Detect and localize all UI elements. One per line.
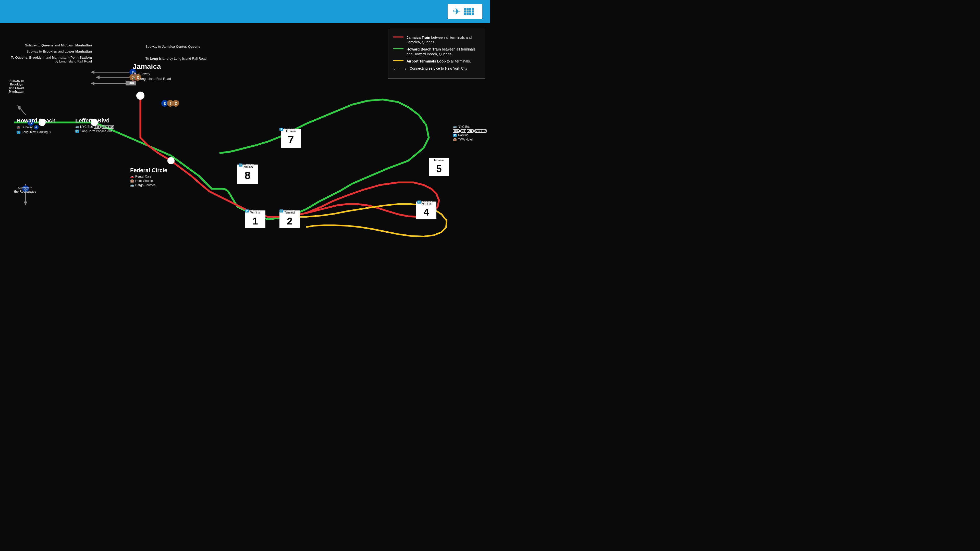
lefferts-parking-line: P Long-Term Parking A/B <box>75 129 114 133</box>
lefferts-name: Lefferts Blvd <box>75 118 114 124</box>
map-key-connecting: ⟵⟶ Connecting service to New York City <box>393 66 479 72</box>
map-key-jamaica: Jamaica Train between all terminals and … <box>393 35 479 44</box>
b15-t5: B15 <box>453 129 460 133</box>
yellow-line-icon <box>393 60 404 61</box>
q3-t5: Q3 <box>460 129 466 133</box>
jamaica-center-label: Subway to Jamaica Center, Queens <box>145 44 200 48</box>
t8-parking: P Parking <box>239 163 254 167</box>
t5-bus-line: 🚌 NYC Bus <box>453 125 487 129</box>
t5-info: 🚌 NYC Bus B15 Q3 Q10 Q10 LTD P Parking 🏨… <box>453 125 487 141</box>
car-icon: 🚗 <box>130 175 134 178</box>
jamaica-name: Jamaica <box>133 62 171 71</box>
parking-badge-t1: P <box>245 210 249 213</box>
jamaica-subway-line: 🚇 Subway <box>133 72 171 76</box>
lefferts-bus-line: 🚌 NYC Bus B15 Q10 LTD <box>75 125 114 129</box>
map-key-loop: Airport Terminals Loop to all terminals. <box>393 59 479 64</box>
q10ltd-t5: Q10 LTD <box>474 129 487 133</box>
parking-badge-t5: P <box>453 134 457 137</box>
terminal-2-num: 2 <box>287 216 292 227</box>
rental-cars-line: 🚗 Rental Cars <box>130 175 167 178</box>
header: ✈ <box>0 0 490 23</box>
queens-midtown-label: Subway to Queens and Midtown Manhattan <box>8 43 92 47</box>
map-key-howard: Howard Beach Train between all terminals… <box>393 47 479 56</box>
hb-subway-line: 🚇 Subway A <box>17 125 56 130</box>
j2-text: J <box>169 102 171 105</box>
terminal-8-num: 8 <box>245 169 250 181</box>
lirr-text: LIRR <box>127 82 134 85</box>
federal-circle-area: Federal Circle 🚗 Rental Cars 🏨 Hotel Shu… <box>130 167 167 187</box>
bus-icon-lefferts: 🚌 <box>75 125 79 129</box>
red-line-segment1 <box>140 96 288 217</box>
logo-container: ✈ <box>448 4 482 19</box>
arrow-left-3 <box>91 82 94 85</box>
parking-badge-t7: P <box>280 128 283 131</box>
hb-arrow-head <box>18 105 21 110</box>
parking-badge-t4: P <box>417 200 421 203</box>
red-line-icon <box>393 37 404 38</box>
hotel-icon: 🏨 <box>130 179 134 183</box>
t5-parking-line: P Parking <box>453 133 487 137</box>
subway-icon-hb: 🚇 <box>17 125 21 129</box>
hotel-shuttles-line: 🏨 Hotel Shuttles <box>130 179 167 183</box>
q10-t5: Q10 <box>467 129 474 133</box>
jamaica-lirr-line: 🚂 Long Island Rail Road <box>133 77 171 81</box>
z2-text: Z <box>175 102 177 105</box>
a-badge-inline: A <box>34 125 38 130</box>
bus-icon-t5: 🚌 <box>453 125 457 129</box>
map-key-loop-label: Airport Terminals Loop to all terminals. <box>407 59 471 64</box>
lefferts-area: Lefferts Blvd 🚌 NYC Bus B15 Q10 LTD P Lo… <box>75 118 114 133</box>
lirr-icon-jamaica: 🚂 <box>133 77 137 81</box>
terminal-5-label: Terminal <box>434 159 444 162</box>
arrow-icon: ⟵⟶ <box>393 66 407 72</box>
map-key: Jamaica Train between all terminals and … <box>388 28 485 79</box>
terminal-5-num: 5 <box>436 164 442 174</box>
logo-grid-icon <box>464 8 474 15</box>
map-key-connecting-label: Connecting service to New York City <box>410 66 467 71</box>
lirr-label: To Queens, Brooklyn, and Manhattan (Penn… <box>8 56 92 63</box>
plane-icon: ✈ <box>453 6 460 17</box>
brooklyn-lower-label: Subway to Brooklyn and Lower Manhattan <box>8 49 92 53</box>
arrow-left-1 <box>91 70 94 74</box>
t5-bus-routes: B15 Q3 Q10 Q10 LTD <box>453 129 487 133</box>
rockaways-label: Subway tothe Rockaways <box>14 186 36 193</box>
parking-badge-t2: P <box>280 210 283 213</box>
howard-beach-name: Howard Beach <box>17 118 56 124</box>
federal-circle-dot <box>167 157 175 164</box>
t7-parking: P Parking <box>280 127 294 131</box>
terminal-7-num: 7 <box>288 134 294 146</box>
cargo-icon: 🚌 <box>130 183 134 187</box>
federal-circle-name: Federal Circle <box>130 167 167 174</box>
cargo-shuttles-line: 🚌 Cargo Shuttles <box>130 183 167 187</box>
twa-icon: 🏨 <box>453 138 457 141</box>
long-island-label: To Long Island by Long Island Rail Road <box>145 57 207 60</box>
parking-badge-t8: P <box>239 164 242 167</box>
arrow-left-2 <box>96 76 100 79</box>
hb-parking-line: P Long-Term Parking C <box>17 130 56 134</box>
howard-beach-area: Howard Beach 🚇 Subway A P Long-Term Park… <box>17 118 56 134</box>
map-key-jamaica-label: Jamaica Train between all terminals and … <box>407 35 479 44</box>
t4-parking: P Parking <box>417 200 432 204</box>
subway-icon-jamaica: 🚇 <box>133 72 137 76</box>
subway-brooklyn-label: Subway toBrooklynand LowerManhattan <box>5 79 28 94</box>
t1-parking: P Parking <box>245 209 260 213</box>
q10ltd-badge: Q10 LTD <box>102 125 114 129</box>
parking-badge-lefferts: P <box>75 130 79 133</box>
e2-text: E <box>164 102 166 105</box>
b15-badge: B15 <box>94 125 100 129</box>
terminal-4-num: 4 <box>423 207 429 218</box>
t2-parking: P Parking <box>280 209 294 213</box>
terminal-1-num: 1 <box>252 216 258 227</box>
green-line-icon <box>393 48 404 49</box>
map-key-howard-label: Howard Beach Train between all terminals… <box>407 47 479 56</box>
jamaica-station-dot <box>136 92 145 100</box>
jamaica-station-area: Jamaica 🚇 Subway 🚂 Long Island Rail Road <box>133 62 171 81</box>
hb-bottom-arrow-head <box>24 202 27 205</box>
twa-line: 🏨 TWA Hotel <box>453 138 487 141</box>
parking-badge-hb: P <box>17 130 21 134</box>
